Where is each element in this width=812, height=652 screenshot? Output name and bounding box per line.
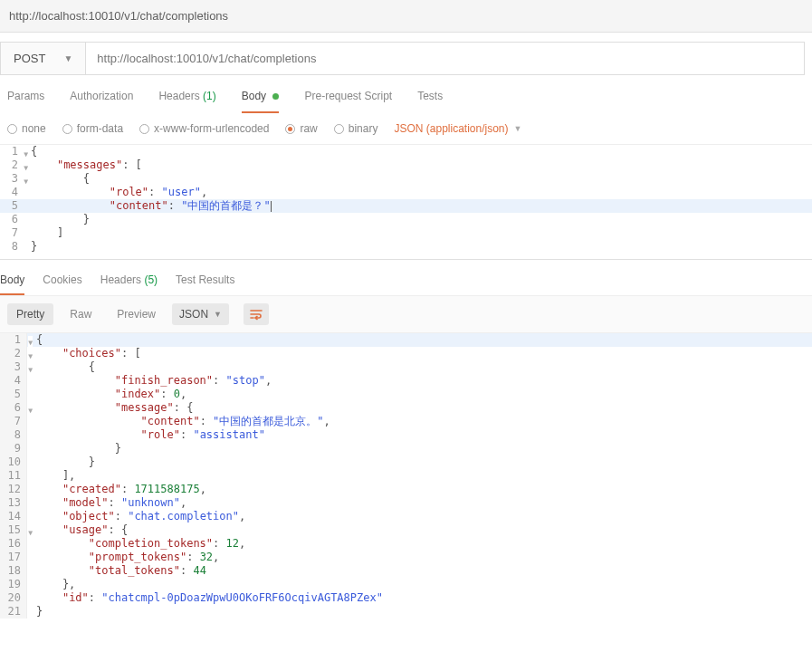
radio-icon — [139, 124, 149, 134]
tab-authorization[interactable]: Authorization — [70, 90, 133, 113]
body-type-none[interactable]: none — [7, 122, 46, 135]
code-line[interactable]: 2▼ "choices": [ — [0, 347, 812, 360]
code-line[interactable]: 10 } — [0, 455, 812, 469]
view-pretty[interactable]: Pretty — [7, 303, 53, 325]
line-number: 7 — [0, 226, 22, 240]
tab-params[interactable]: Params — [7, 90, 44, 113]
line-number: 12 — [0, 483, 27, 496]
view-preview[interactable]: Preview — [108, 303, 165, 325]
line-number: 2▼ — [0, 158, 22, 172]
line-number: 11 — [0, 469, 27, 483]
code-line[interactable]: 18 "total_tokens": 44 — [0, 564, 812, 578]
content-type-label: JSON (application/json) — [394, 122, 508, 135]
code-content: "usage": { — [27, 523, 812, 537]
code-line[interactable]: 15▼ "usage": { — [0, 523, 812, 537]
code-line[interactable]: 7 "content": "中国的首都是北京。", — [0, 415, 812, 428]
code-line[interactable]: 6▼ "message": { — [0, 401, 812, 415]
res-tab-test-results[interactable]: Test Results — [176, 273, 234, 295]
http-method-select[interactable]: POST ▼ — [1, 43, 86, 74]
tab-headers-label: Headers — [158, 90, 199, 102]
code-line[interactable]: 8 "role": "assistant" — [0, 428, 812, 442]
res-tab-cookies[interactable]: Cookies — [43, 273, 81, 295]
code-line[interactable]: 1▼{ — [0, 145, 812, 158]
url-input[interactable] — [86, 43, 804, 74]
format-select[interactable]: JSON ▼ — [172, 303, 229, 325]
code-line[interactable]: 14 "object": "chat.completion", — [0, 510, 812, 523]
code-line[interactable]: 16 "completion_tokens": 12, — [0, 537, 812, 551]
line-number: 17 — [0, 551, 27, 564]
code-content: ] — [22, 226, 812, 240]
fold-icon[interactable]: ▼ — [28, 526, 33, 540]
method-url-row: POST ▼ — [0, 42, 805, 75]
code-line[interactable]: 5 "content": "中国的首都是？" — [0, 199, 812, 213]
code-content: "created": 1711588175, — [27, 483, 812, 496]
line-number: 21 — [0, 605, 27, 618]
code-line[interactable]: 7 ] — [0, 226, 812, 240]
code-content: "message": { — [27, 401, 812, 415]
tab-headers[interactable]: Headers (1) — [158, 90, 215, 113]
code-line[interactable]: 3▼ { — [0, 360, 812, 374]
code-content: { — [27, 360, 812, 374]
tab-tests[interactable]: Tests — [417, 90, 443, 113]
tab-headers-count: (1) — [203, 90, 216, 102]
code-line[interactable]: 19 }, — [0, 578, 812, 591]
wrap-lines-button[interactable] — [244, 303, 269, 325]
line-number: 13 — [0, 496, 27, 510]
fold-icon[interactable]: ▼ — [24, 148, 28, 161]
line-number: 8 — [0, 240, 22, 254]
view-raw[interactable]: Raw — [61, 303, 100, 325]
response-body-viewer[interactable]: 1▼{2▼ "choices": [3▼ {4 "finish_reason":… — [0, 333, 812, 618]
fold-icon[interactable]: ▼ — [28, 363, 33, 377]
response-view-bar: Pretty Raw Preview JSON ▼ — [0, 295, 812, 333]
code-line[interactable]: 2▼ "messages": [ — [0, 158, 812, 172]
code-content: } — [22, 240, 812, 254]
fold-icon[interactable]: ▼ — [24, 161, 28, 175]
code-line[interactable]: 11 ], — [0, 469, 812, 483]
body-type-xform[interactable]: x-www-form-urlencoded — [139, 122, 269, 135]
tab-body[interactable]: Body — [242, 90, 280, 113]
response-tabs: Body Cookies Headers (5) Test Results — [0, 268, 812, 295]
request-body-editor[interactable]: 1▼{2▼ "messages": [3▼ {4 "role": "user",… — [0, 145, 812, 254]
radio-icon — [62, 124, 72, 134]
fold-icon[interactable]: ▼ — [28, 350, 33, 363]
code-line[interactable]: 12 "created": 1711588175, — [0, 483, 812, 496]
code-line[interactable]: 21} — [0, 605, 812, 618]
code-content: "completion_tokens": 12, — [27, 537, 812, 551]
body-type-binary[interactable]: binary — [334, 122, 378, 135]
body-type-raw[interactable]: raw — [285, 122, 317, 135]
fold-icon[interactable]: ▼ — [28, 336, 33, 350]
tab-prerequest[interactable]: Pre-request Script — [304, 90, 392, 113]
res-tab-body[interactable]: Body — [0, 273, 24, 295]
code-line[interactable]: 17 "prompt_tokens": 32, — [0, 551, 812, 564]
fold-icon[interactable]: ▼ — [28, 404, 33, 417]
fold-icon[interactable]: ▼ — [24, 175, 28, 188]
code-content: "role": "user", — [22, 186, 812, 199]
line-number: 4 — [0, 186, 22, 199]
code-line[interactable]: 6 } — [0, 213, 812, 226]
res-tab-headers[interactable]: Headers (5) — [100, 273, 158, 295]
line-number: 14 — [0, 510, 27, 523]
code-content: "id": "chatcmpl-0pDoazWpwU0OKoFRF6OcqivA… — [27, 591, 812, 605]
content-type-select[interactable]: JSON (application/json) ▼ — [394, 122, 521, 135]
code-line[interactable]: 5 "index": 0, — [0, 388, 812, 401]
line-number: 1▼ — [0, 333, 27, 347]
chevron-down-icon: ▼ — [514, 124, 522, 133]
code-line[interactable]: 9 } — [0, 442, 812, 455]
code-line[interactable]: 8} — [0, 240, 812, 254]
dot-indicator-icon — [272, 93, 279, 100]
code-line[interactable]: 13 "model": "unknown", — [0, 496, 812, 510]
code-line[interactable]: 3▼ { — [0, 172, 812, 186]
code-content: "finish_reason": "stop", — [27, 374, 812, 388]
chevron-down-icon: ▼ — [214, 310, 222, 319]
code-line[interactable]: 1▼{ — [0, 333, 812, 347]
code-line[interactable]: 4 "role": "user", — [0, 186, 812, 199]
code-content: { — [22, 172, 812, 186]
body-type-formdata[interactable]: form-data — [62, 122, 123, 135]
http-method-label: POST — [14, 52, 45, 65]
code-content: } — [27, 455, 812, 469]
code-line[interactable]: 20 "id": "chatcmpl-0pDoazWpwU0OKoFRF6Ocq… — [0, 591, 812, 605]
code-content: "messages": [ — [22, 158, 812, 172]
line-number: 6 — [0, 213, 22, 226]
code-line[interactable]: 4 "finish_reason": "stop", — [0, 374, 812, 388]
line-number: 8 — [0, 428, 27, 442]
